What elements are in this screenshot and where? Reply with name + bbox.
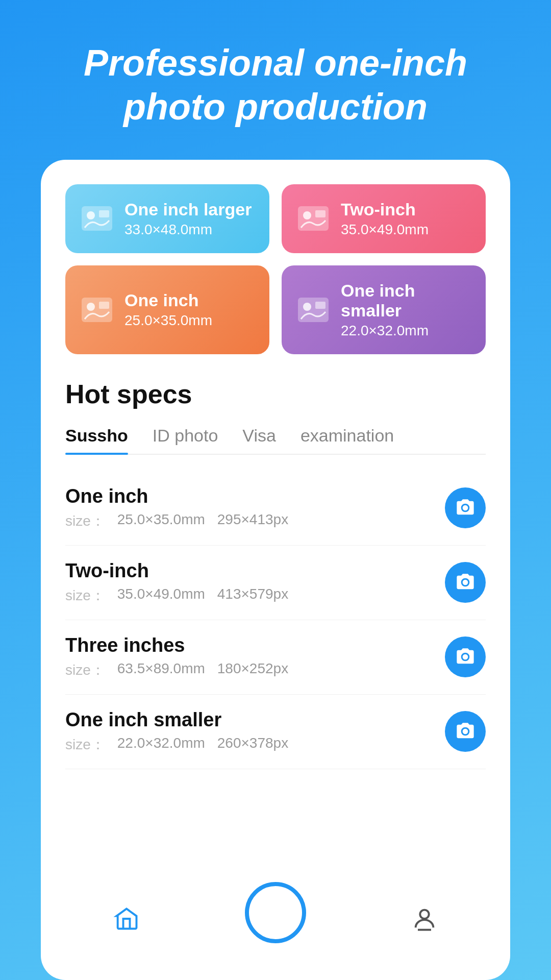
svg-rect-0: [82, 206, 112, 231]
one-inch-smaller-btn[interactable]: One inch smaller 22.0×32.0mm: [282, 265, 486, 354]
spec-one-inch-smaller-name: One inch smaller: [65, 709, 445, 731]
spec-one-inch-dims: size： 25.0×35.0mm 295×413px: [65, 511, 445, 531]
svg-point-1: [87, 211, 95, 219]
two-inch-text: Two-inch 35.0×49.0mm: [341, 200, 429, 238]
hot-specs-title: Hot specs: [65, 379, 486, 409]
svg-rect-11: [315, 302, 325, 309]
size-grid: One inch larger 33.0×48.0mm Two-inch 35.…: [65, 184, 486, 354]
svg-point-12: [420, 910, 429, 919]
svg-rect-2: [99, 210, 109, 217]
tab-visa[interactable]: Visa: [242, 426, 276, 454]
spec-three-inches: Three inches size： 63.5×89.0mm 180×252px: [65, 620, 486, 695]
two-inch-btn[interactable]: Two-inch 35.0×49.0mm: [282, 184, 486, 253]
tabs: Sussho ID photo Visa examination: [65, 426, 486, 455]
tab-id-photo[interactable]: ID photo: [153, 426, 218, 454]
svg-point-4: [303, 211, 311, 219]
one-inch-text: One inch 25.0×35.0mm: [124, 290, 212, 329]
spec-two-inch: Two-inch size： 35.0×49.0mm 413×579px: [65, 546, 486, 620]
svg-rect-3: [298, 206, 329, 231]
one-inch-larger-btn[interactable]: One inch larger 33.0×48.0mm: [65, 184, 269, 253]
bottom-nav: [65, 886, 486, 955]
one-inch-larger-text: One inch larger 33.0×48.0mm: [124, 200, 252, 238]
main-card: One inch larger 33.0×48.0mm Two-inch 35.…: [41, 160, 510, 980]
spec-one-inch-smaller: One inch smaller size： 22.0×32.0mm 260×3…: [65, 695, 486, 769]
one-inch-smaller-text: One inch smaller 22.0×32.0mm: [341, 281, 471, 339]
one-inch-btn[interactable]: One inch 25.0×35.0mm: [65, 265, 269, 354]
spec-three-inches-dims: size： 63.5×89.0mm 180×252px: [65, 660, 445, 680]
spec-one-inch-name: One inch: [65, 485, 445, 507]
svg-rect-8: [99, 302, 109, 309]
home-nav-btn[interactable]: [106, 898, 147, 939]
spec-one-inch: One inch size： 25.0×35.0mm 295×413px: [65, 471, 486, 546]
camera-btn-two-inch[interactable]: [445, 562, 486, 603]
camera-btn-one-inch-smaller[interactable]: [445, 711, 486, 752]
svg-rect-5: [315, 210, 325, 217]
svg-rect-9: [298, 298, 329, 322]
spec-two-inch-name: Two-inch: [65, 560, 445, 582]
spec-three-inches-name: Three inches: [65, 634, 445, 656]
camera-btn-three-inches[interactable]: [445, 636, 486, 677]
svg-point-10: [303, 303, 311, 311]
svg-rect-6: [82, 298, 112, 322]
tab-sussho[interactable]: Sussho: [65, 426, 128, 454]
center-nav-btn[interactable]: [245, 882, 306, 943]
hero-title: Professional one-inch photo production: [0, 0, 551, 160]
spec-two-inch-dims: size： 35.0×49.0mm 413×579px: [65, 586, 445, 605]
profile-nav-btn[interactable]: [404, 898, 445, 939]
spec-list: One inch size： 25.0×35.0mm 295×413px Two…: [65, 471, 486, 886]
tab-examination[interactable]: examination: [300, 426, 394, 454]
camera-btn-one-inch[interactable]: [445, 487, 486, 528]
svg-point-7: [87, 303, 95, 311]
spec-one-inch-smaller-dims: size： 22.0×32.0mm 260×378px: [65, 735, 445, 754]
